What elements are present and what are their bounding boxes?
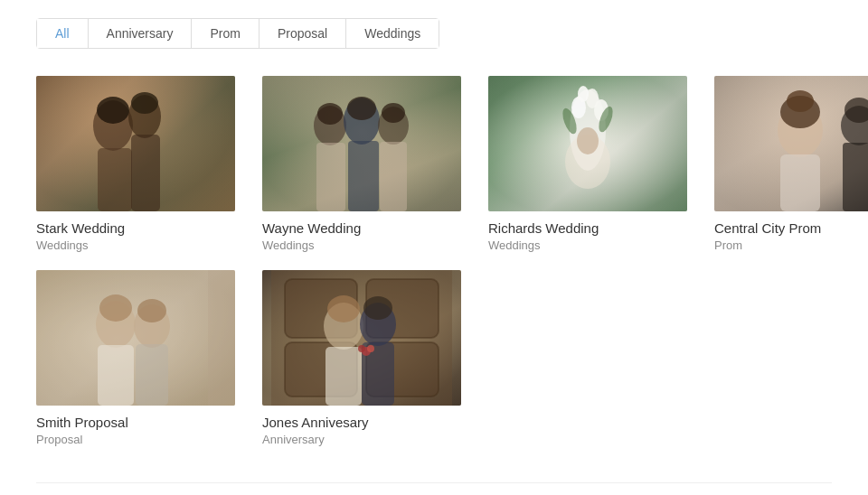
gallery-image-wayne-wedding <box>262 76 461 211</box>
central-city-prom-category: Prom <box>714 238 868 252</box>
tab-prom[interactable]: Prom <box>192 19 259 48</box>
svg-point-47 <box>363 296 392 320</box>
svg-point-52 <box>358 345 365 352</box>
svg-point-13 <box>347 97 376 120</box>
svg-rect-27 <box>780 154 820 211</box>
tab-weddings[interactable]: Weddings <box>346 19 439 48</box>
tab-all[interactable]: All <box>37 19 89 48</box>
svg-rect-3 <box>131 135 160 211</box>
bottom-divider <box>36 482 832 483</box>
svg-point-21 <box>577 127 599 154</box>
jones-anniversary-category: Anniversary <box>262 433 461 446</box>
gallery-grid: Stark Wedding Weddings Wayne Wedding Wed… <box>36 76 832 446</box>
wayne-wedding-category: Weddings <box>262 238 461 252</box>
svg-rect-38 <box>208 270 235 406</box>
gallery-image-stark-wedding <box>36 76 235 211</box>
gallery-image-central-city-prom <box>714 76 868 211</box>
svg-rect-48 <box>326 347 362 406</box>
svg-point-5 <box>131 92 158 114</box>
gallery-item-stark-wedding[interactable]: Stark Wedding Weddings <box>36 76 235 252</box>
central-city-prom-title: Central City Prom <box>714 220 868 236</box>
richards-wedding-title: Richards Wedding <box>488 220 687 236</box>
svg-point-12 <box>317 103 343 125</box>
svg-rect-11 <box>380 142 407 211</box>
svg-point-51 <box>367 345 374 352</box>
gallery-item-wayne-wedding[interactable]: Wayne Wedding Weddings <box>262 76 461 252</box>
svg-rect-10 <box>348 141 379 211</box>
stark-wedding-category: Weddings <box>36 238 235 252</box>
svg-point-14 <box>382 103 405 123</box>
gallery-item-smith-proposal[interactable]: Smith Proposal Proposal <box>36 270 235 446</box>
gallery-image-jones-anniversary <box>262 270 461 406</box>
wayne-wedding-title: Wayne Wedding <box>262 220 461 236</box>
gallery-image-smith-proposal <box>36 270 235 406</box>
tab-proposal[interactable]: Proposal <box>259 19 346 48</box>
svg-rect-9 <box>316 143 345 211</box>
svg-point-19 <box>578 86 589 102</box>
jones-anniversary-title: Jones Annivesary <box>262 415 461 430</box>
gallery-item-jones-anniversary[interactable]: Jones Annivesary Anniversary <box>262 270 461 446</box>
stark-wedding-title: Stark Wedding <box>36 220 235 236</box>
filter-tabs: All Anniversary Prom Proposal Weddings <box>36 18 439 49</box>
gallery-item-richards-wedding[interactable]: Richards Wedding Weddings <box>488 76 687 252</box>
svg-point-46 <box>327 295 360 322</box>
gallery-image-richards-wedding <box>488 76 687 211</box>
tab-anniversary[interactable]: Anniversary <box>89 19 193 48</box>
svg-point-26 <box>787 90 814 112</box>
svg-rect-37 <box>36 270 235 406</box>
richards-wedding-category: Weddings <box>488 238 687 252</box>
svg-rect-29 <box>843 143 868 211</box>
svg-rect-2 <box>98 148 132 211</box>
svg-point-4 <box>97 97 129 124</box>
smith-proposal-title: Smith Proposal <box>36 415 235 430</box>
gallery-item-central-city-prom[interactable]: Central City Prom Prom <box>714 76 868 252</box>
smith-proposal-category: Proposal <box>36 433 235 446</box>
